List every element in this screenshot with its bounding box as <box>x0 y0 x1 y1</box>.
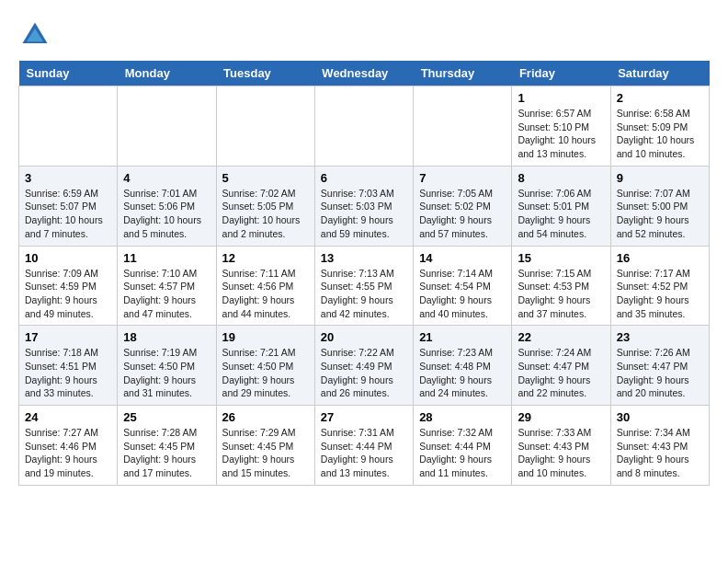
day-info: Sunrise: 7:11 AM Sunset: 4:56 PM Dayligh… <box>222 267 309 321</box>
day-number: 1 <box>518 91 604 105</box>
day-info: Sunrise: 7:18 AM Sunset: 4:51 PM Dayligh… <box>25 346 111 400</box>
day-number: 25 <box>123 410 210 424</box>
day-info: Sunrise: 7:17 AM Sunset: 4:52 PM Dayligh… <box>617 267 703 321</box>
calendar-cell: 29Sunrise: 7:33 AM Sunset: 4:43 PM Dayli… <box>512 406 610 486</box>
day-info: Sunrise: 7:23 AM Sunset: 4:48 PM Dayligh… <box>419 346 506 400</box>
weekday-header: Monday <box>118 61 216 86</box>
calendar-week-row: 3Sunrise: 6:59 AM Sunset: 5:07 PM Daylig… <box>19 166 710 246</box>
day-number: 8 <box>518 171 604 185</box>
day-info: Sunrise: 7:03 AM Sunset: 5:03 PM Dayligh… <box>321 187 407 241</box>
day-number: 21 <box>419 330 506 344</box>
day-info: Sunrise: 7:05 AM Sunset: 5:02 PM Dayligh… <box>419 187 506 241</box>
day-info: Sunrise: 7:33 AM Sunset: 4:43 PM Dayligh… <box>518 426 604 480</box>
calendar-cell: 27Sunrise: 7:31 AM Sunset: 4:44 PM Dayli… <box>314 406 413 486</box>
calendar-cell <box>118 86 216 167</box>
day-number: 30 <box>617 410 703 424</box>
day-number: 16 <box>617 251 703 265</box>
calendar-cell: 20Sunrise: 7:22 AM Sunset: 4:49 PM Dayli… <box>314 326 413 406</box>
day-info: Sunrise: 7:27 AM Sunset: 4:46 PM Dayligh… <box>25 426 111 480</box>
day-info: Sunrise: 7:14 AM Sunset: 4:54 PM Dayligh… <box>419 267 506 321</box>
day-number: 4 <box>123 171 210 185</box>
calendar-cell: 23Sunrise: 7:26 AM Sunset: 4:47 PM Dayli… <box>610 326 709 406</box>
day-info: Sunrise: 7:13 AM Sunset: 4:55 PM Dayligh… <box>321 267 407 321</box>
calendar-week-row: 10Sunrise: 7:09 AM Sunset: 4:59 PM Dayli… <box>19 246 710 326</box>
calendar-cell: 17Sunrise: 7:18 AM Sunset: 4:51 PM Dayli… <box>19 326 118 406</box>
calendar-cell <box>314 86 413 167</box>
day-number: 22 <box>518 330 604 344</box>
day-info: Sunrise: 7:26 AM Sunset: 4:47 PM Dayligh… <box>617 346 703 400</box>
day-info: Sunrise: 6:58 AM Sunset: 5:09 PM Dayligh… <box>617 107 703 161</box>
weekday-header: Friday <box>512 61 610 86</box>
day-info: Sunrise: 7:01 AM Sunset: 5:06 PM Dayligh… <box>123 187 210 241</box>
calendar-cell: 11Sunrise: 7:10 AM Sunset: 4:57 PM Dayli… <box>118 246 216 326</box>
calendar-cell: 8Sunrise: 7:06 AM Sunset: 5:01 PM Daylig… <box>512 166 610 246</box>
day-number: 12 <box>222 251 309 265</box>
calendar-cell: 6Sunrise: 7:03 AM Sunset: 5:03 PM Daylig… <box>314 166 413 246</box>
day-info: Sunrise: 6:59 AM Sunset: 5:07 PM Dayligh… <box>25 187 111 241</box>
day-number: 18 <box>123 330 210 344</box>
weekday-header: Tuesday <box>216 61 314 86</box>
weekday-header: Sunday <box>19 61 118 86</box>
day-number: 19 <box>222 330 309 344</box>
day-info: Sunrise: 7:21 AM Sunset: 4:50 PM Dayligh… <box>222 346 309 400</box>
calendar-week-row: 1Sunrise: 6:57 AM Sunset: 5:10 PM Daylig… <box>19 86 710 167</box>
day-info: Sunrise: 6:57 AM Sunset: 5:10 PM Dayligh… <box>518 107 604 161</box>
weekday-header: Saturday <box>610 61 709 86</box>
day-info: Sunrise: 7:24 AM Sunset: 4:47 PM Dayligh… <box>518 346 604 400</box>
day-info: Sunrise: 7:22 AM Sunset: 4:49 PM Dayligh… <box>321 346 407 400</box>
calendar-cell: 16Sunrise: 7:17 AM Sunset: 4:52 PM Dayli… <box>610 246 709 326</box>
calendar-cell: 28Sunrise: 7:32 AM Sunset: 4:44 PM Dayli… <box>414 406 512 486</box>
day-info: Sunrise: 7:07 AM Sunset: 5:00 PM Dayligh… <box>617 187 703 241</box>
day-info: Sunrise: 7:09 AM Sunset: 4:59 PM Dayligh… <box>25 267 111 321</box>
day-info: Sunrise: 7:29 AM Sunset: 4:45 PM Dayligh… <box>222 426 309 480</box>
day-number: 13 <box>321 251 407 265</box>
day-number: 15 <box>518 251 604 265</box>
weekday-header: Thursday <box>414 61 512 86</box>
day-number: 28 <box>419 410 506 424</box>
day-number: 26 <box>222 410 309 424</box>
calendar-cell: 13Sunrise: 7:13 AM Sunset: 4:55 PM Dayli… <box>314 246 413 326</box>
day-info: Sunrise: 7:15 AM Sunset: 4:53 PM Dayligh… <box>518 267 604 321</box>
weekday-header: Wednesday <box>314 61 413 86</box>
day-info: Sunrise: 7:31 AM Sunset: 4:44 PM Dayligh… <box>321 426 407 480</box>
calendar-cell: 14Sunrise: 7:14 AM Sunset: 4:54 PM Dayli… <box>414 246 512 326</box>
calendar-cell: 30Sunrise: 7:34 AM Sunset: 4:43 PM Dayli… <box>610 406 709 486</box>
day-info: Sunrise: 7:02 AM Sunset: 5:05 PM Dayligh… <box>222 187 309 241</box>
calendar-cell: 19Sunrise: 7:21 AM Sunset: 4:50 PM Dayli… <box>216 326 314 406</box>
calendar-cell: 3Sunrise: 6:59 AM Sunset: 5:07 PM Daylig… <box>19 166 118 246</box>
logo-icon <box>18 18 51 52</box>
calendar-cell: 15Sunrise: 7:15 AM Sunset: 4:53 PM Dayli… <box>512 246 610 326</box>
day-number: 10 <box>25 251 111 265</box>
calendar-cell: 9Sunrise: 7:07 AM Sunset: 5:00 PM Daylig… <box>610 166 709 246</box>
calendar-cell: 18Sunrise: 7:19 AM Sunset: 4:50 PM Dayli… <box>118 326 216 406</box>
calendar-cell <box>19 86 118 167</box>
day-number: 24 <box>25 410 111 424</box>
day-number: 11 <box>123 251 210 265</box>
calendar-cell: 12Sunrise: 7:11 AM Sunset: 4:56 PM Dayli… <box>216 246 314 326</box>
day-number: 2 <box>617 91 703 105</box>
day-info: Sunrise: 7:19 AM Sunset: 4:50 PM Dayligh… <box>123 346 210 400</box>
day-number: 23 <box>617 330 703 344</box>
day-number: 6 <box>321 171 407 185</box>
day-number: 20 <box>321 330 407 344</box>
day-info: Sunrise: 7:06 AM Sunset: 5:01 PM Dayligh… <box>518 187 604 241</box>
calendar-cell: 10Sunrise: 7:09 AM Sunset: 4:59 PM Dayli… <box>19 246 118 326</box>
page-header <box>18 18 710 52</box>
day-number: 27 <box>321 410 407 424</box>
day-number: 7 <box>419 171 506 185</box>
calendar-week-row: 17Sunrise: 7:18 AM Sunset: 4:51 PM Dayli… <box>19 326 710 406</box>
calendar-week-row: 24Sunrise: 7:27 AM Sunset: 4:46 PM Dayli… <box>19 406 710 486</box>
day-number: 5 <box>222 171 309 185</box>
calendar-cell: 5Sunrise: 7:02 AM Sunset: 5:05 PM Daylig… <box>216 166 314 246</box>
calendar-cell: 21Sunrise: 7:23 AM Sunset: 4:48 PM Dayli… <box>414 326 512 406</box>
calendar-cell <box>414 86 512 167</box>
calendar-header-row: SundayMondayTuesdayWednesdayThursdayFrid… <box>19 61 710 86</box>
calendar-cell: 2Sunrise: 6:58 AM Sunset: 5:09 PM Daylig… <box>610 86 709 167</box>
logo <box>18 18 57 52</box>
calendar-cell: 24Sunrise: 7:27 AM Sunset: 4:46 PM Dayli… <box>19 406 118 486</box>
day-number: 9 <box>617 171 703 185</box>
day-number: 29 <box>518 410 604 424</box>
calendar-cell: 25Sunrise: 7:28 AM Sunset: 4:45 PM Dayli… <box>118 406 216 486</box>
calendar-cell: 22Sunrise: 7:24 AM Sunset: 4:47 PM Dayli… <box>512 326 610 406</box>
calendar-cell: 26Sunrise: 7:29 AM Sunset: 4:45 PM Dayli… <box>216 406 314 486</box>
